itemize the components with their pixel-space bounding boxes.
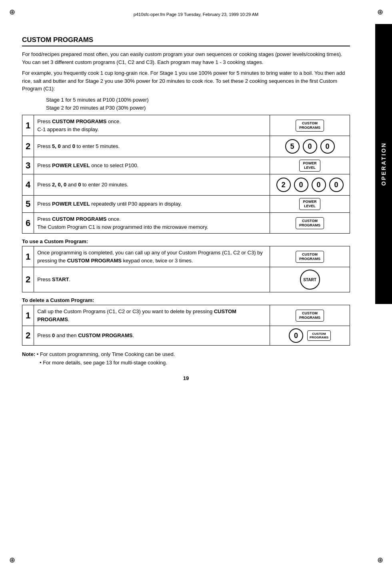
use-step-visual-1: CUSTOMPROGRAMS	[270, 246, 350, 267]
operation-sidebar: OPERATION	[375, 24, 392, 304]
custom-programs-btn-3: CUSTOMPROGRAMS	[296, 251, 324, 263]
step-visual-1: CUSTOMPROGRAMS	[270, 115, 350, 136]
table-row: 2 Press 5, 0 and 0 to enter 5 minutes. 5…	[22, 136, 350, 157]
page-title: CUSTOM PROGRAMS	[22, 36, 350, 46]
del-step-num-2: 2	[22, 326, 34, 346]
step-visual-2: 5 0 0	[270, 136, 350, 157]
custom-programs-btn-5: CUSTOMPROGRAMS	[307, 330, 331, 341]
note-indent: •	[40, 360, 43, 366]
step-num-4: 4	[22, 174, 34, 196]
step-num-3: 3	[22, 157, 34, 174]
step-visual-5: POWERLEVEL	[270, 196, 350, 213]
step-num-6: 6	[22, 213, 34, 234]
use-step-text-2: Press START.	[34, 267, 270, 292]
power-level-btn-2: POWERLEVEL	[299, 198, 320, 210]
table-row: 1 Call up the Custom Programs (C1, C2 or…	[22, 305, 350, 326]
stage1-text: Stage 1 for 5 minutes at P100 (100% powe…	[46, 96, 350, 104]
page-container: ⊕ ⊕ ⊕ ⊕ p410sfc-oper.fm Page 19 Tuesday,…	[0, 0, 392, 572]
step-text-2: Press 5, 0 and 0 to enter 5 minutes.	[34, 136, 270, 157]
digit-5: 5	[285, 139, 300, 154]
stage-list: Stage 1 for 5 minutes at P100 (100% powe…	[46, 96, 350, 113]
use-step-visual-2: START	[270, 267, 350, 292]
del-step-visual-1: CUSTOMPROGRAMS	[270, 305, 350, 326]
step-num-1: 1	[22, 115, 34, 136]
digit-0c: 0	[294, 178, 308, 192]
custom-programs-btn-4: CUSTOMPROGRAMS	[296, 310, 324, 322]
use-step-num-1: 1	[22, 246, 34, 267]
note-item-2: For more details, see page 13 for multi-…	[43, 360, 167, 366]
step-text-1: Press CUSTOM PROGRAMS once.C-1 appears i…	[34, 115, 270, 136]
step-visual-4: 2 0 0 0	[270, 174, 350, 196]
note-section: Note: • For custom programming, only Tim…	[22, 350, 350, 367]
table-row: 1 Once programming is completed, you can…	[22, 246, 350, 267]
table-row: 5 Press POWER LEVEL repeatedly until P30…	[22, 196, 350, 213]
start-btn: START	[300, 270, 320, 290]
table-row: 4 Press 2, 0, 0 and 0 to enter 20 minute…	[22, 174, 350, 196]
corner-tl: ⊕	[4, 4, 20, 20]
step-text-4: Press 2, 0, 0 and 0 to enter 20 minutes.	[34, 174, 270, 196]
delete-steps-table: 1 Call up the Custom Programs (C1, C2 or…	[22, 305, 350, 346]
note-bullet-symbol-1: •	[37, 351, 40, 357]
step-text-6: Press CUSTOM PROGRAMS once.The Custom Pr…	[34, 213, 270, 234]
stage2-text: Stage 2 for 20 minutes at P30 (30% power…	[46, 104, 350, 112]
set-steps-table: 1 Press CUSTOM PROGRAMS once.C-1 appears…	[22, 115, 350, 234]
intro-paragraph1: For food/recipes prepared most often, yo…	[22, 50, 350, 66]
page-number: 19	[22, 375, 350, 381]
step-text-3: Press POWER LEVEL once to select P100.	[34, 157, 270, 174]
digit-0a: 0	[303, 139, 317, 154]
digit-0-del: 0	[289, 328, 303, 343]
digits-2000: 2 0 0 0	[273, 177, 346, 193]
table-row: 3 Press POWER LEVEL once to select P100.…	[22, 157, 350, 174]
step-visual-6: CUSTOMPROGRAMS	[270, 213, 350, 234]
corner-bl: ⊕	[4, 552, 20, 568]
custom-programs-btn-1: CUSTOMPROGRAMS	[296, 120, 324, 132]
digit-0b: 0	[320, 139, 335, 154]
step-text-5: Press POWER LEVEL repeatedly until P30 a…	[34, 196, 270, 213]
del-step-text-1: Call up the Custom Programs (C1, C2 or C…	[34, 305, 270, 326]
use-step-text-1: Once programming is completed, you can c…	[34, 246, 270, 267]
step-num-2: 2	[22, 136, 34, 157]
use-step-num-2: 2	[22, 267, 34, 292]
table-row: 6 Press CUSTOM PROGRAMS once.The Custom …	[22, 213, 350, 234]
del-step-num-1: 1	[22, 305, 34, 326]
table-row: 2 Press 0 and then CUSTOM PROGRAMS. 0 CU…	[22, 326, 350, 346]
digit-0d: 0	[312, 178, 326, 192]
digit-2: 2	[276, 178, 291, 192]
step-visual-3: POWERLEVEL	[270, 157, 350, 174]
corner-tr: ⊕	[372, 4, 388, 20]
del-step-text-2: Press 0 and then CUSTOM PROGRAMS.	[34, 326, 270, 346]
zero-custom-row: 0 CUSTOMPROGRAMS	[273, 328, 346, 343]
table-row: 1 Press CUSTOM PROGRAMS once.C-1 appears…	[22, 115, 350, 136]
intro-paragraph2: For example, you frequently cook 1 cup l…	[22, 69, 350, 93]
note-label: Note:	[22, 351, 35, 357]
use-steps-table: 1 Once programming is completed, you can…	[22, 246, 350, 292]
corner-br: ⊕	[372, 552, 388, 568]
file-info: p410sfc-oper.fm Page 19 Tuesday, Februar…	[134, 12, 258, 17]
digits-500: 5 0 0	[273, 138, 346, 154]
table-row: 2 Press START. START	[22, 267, 350, 292]
main-content: CUSTOM PROGRAMS For food/recipes prepare…	[22, 36, 370, 381]
step-num-5: 5	[22, 196, 34, 213]
operation-label: OPERATION	[380, 142, 387, 186]
delete-section-header: To delete a Custom Program:	[22, 297, 350, 303]
note-item-1: For custom programming, only Time Cookin…	[40, 351, 175, 357]
digit-0e: 0	[329, 178, 344, 192]
custom-programs-btn-2: CUSTOMPROGRAMS	[296, 217, 324, 229]
power-level-btn-1: POWERLEVEL	[299, 160, 320, 172]
use-section-header: To use a Custom Program:	[22, 238, 350, 244]
del-step-visual-2: 0 CUSTOMPROGRAMS	[270, 326, 350, 346]
